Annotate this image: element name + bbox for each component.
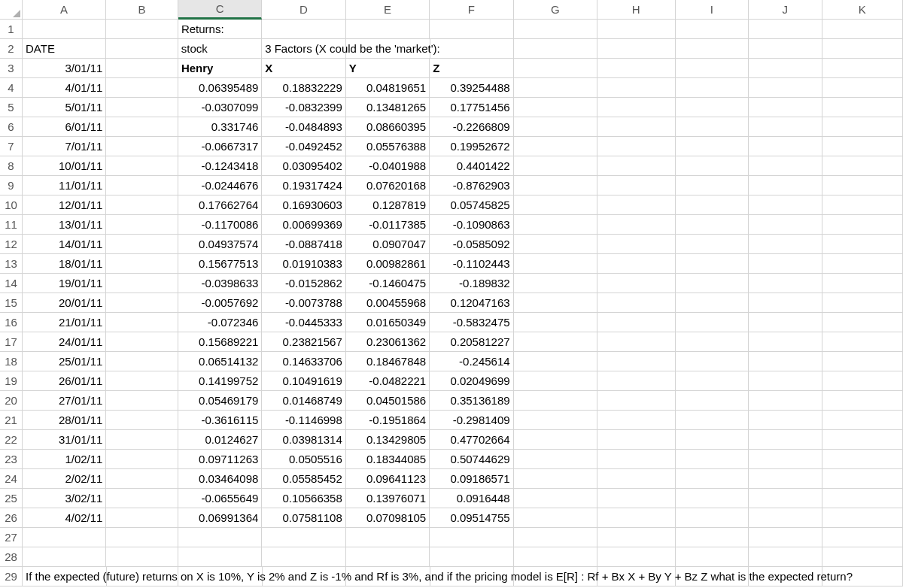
cell-E21[interactable]: -0.1951864 [346,411,430,430]
cell-H24[interactable] [597,469,675,489]
cell-E6[interactable]: 0.08660395 [346,117,430,137]
column-header-J[interactable]: J [749,0,822,20]
cell-G14[interactable] [514,274,597,293]
cell-K19[interactable] [822,371,903,391]
cell-C25[interactable]: -0.0655649 [178,489,262,508]
cell-A6[interactable]: 6/01/11 [23,117,106,137]
cell-G19[interactable] [514,371,597,391]
cell-H6[interactable] [597,117,675,137]
cell-K16[interactable] [822,313,903,332]
cell-H28[interactable] [597,547,675,567]
cell-A21[interactable]: 28/01/11 [23,411,106,430]
cell-A13[interactable]: 18/01/11 [23,254,106,274]
cell-E18[interactable]: 0.18467848 [346,352,430,371]
cell-J5[interactable] [749,98,822,117]
column-header-I[interactable]: I [676,0,749,20]
cell-K23[interactable] [822,450,903,469]
cell-A17[interactable]: 24/01/11 [23,332,106,352]
cell-D19[interactable]: 0.10491619 [262,371,345,391]
cell-E12[interactable]: 0.0907047 [346,235,430,254]
cell-E3[interactable]: Y [346,59,430,78]
cell-B25[interactable] [106,489,178,508]
cell-J10[interactable] [749,195,822,215]
cell-I27[interactable] [676,528,749,547]
cell-G7[interactable] [514,137,597,156]
cell-E20[interactable]: 0.04501586 [346,391,430,411]
cell-B5[interactable] [106,98,178,117]
cell-K11[interactable] [822,215,903,235]
column-header-A[interactable]: A [23,0,106,20]
cell-G22[interactable] [514,430,597,450]
cell-K17[interactable] [822,332,903,352]
cell-D27[interactable] [262,528,345,547]
cell-F20[interactable]: 0.35136189 [430,391,513,411]
cell-G1[interactable] [514,20,597,39]
row-header-3[interactable]: 3 [0,59,23,78]
cell-A10[interactable]: 12/01/11 [23,195,106,215]
cell-J7[interactable] [749,137,822,156]
row-header-1[interactable]: 1 [0,20,23,39]
cell-F3[interactable]: Z [430,59,513,78]
cell-C14[interactable]: -0.0398633 [178,274,262,293]
cell-C8[interactable]: -0.1243418 [178,156,262,176]
cell-B28[interactable] [106,547,178,567]
cell-D9[interactable]: 0.19317424 [262,176,345,195]
cell-D26[interactable]: 0.07581108 [262,508,345,528]
cell-F28[interactable] [430,547,513,567]
cell-E5[interactable]: 0.13481265 [346,98,430,117]
cell-E27[interactable] [346,528,430,547]
cell-E9[interactable]: 0.07620168 [346,176,430,195]
cell-A20[interactable]: 27/01/11 [23,391,106,411]
cell-G6[interactable] [514,117,597,137]
row-header-26[interactable]: 26 [0,508,23,528]
row-header-20[interactable]: 20 [0,391,23,411]
cell-E10[interactable]: 0.1287819 [346,195,430,215]
cell-J25[interactable] [749,489,822,508]
cell-H14[interactable] [597,274,675,293]
cell-K25[interactable] [822,489,903,508]
cell-J15[interactable] [749,293,822,313]
cell-H13[interactable] [597,254,675,274]
cell-E22[interactable]: 0.13429805 [346,430,430,450]
column-header-D[interactable]: D [262,0,345,20]
cell-D28[interactable] [262,547,345,567]
cell-G27[interactable] [514,528,597,547]
cell-G3[interactable] [514,59,597,78]
cell-B24[interactable] [106,469,178,489]
cell-K3[interactable] [822,59,903,78]
cell-B9[interactable] [106,176,178,195]
cell-H4[interactable] [597,78,675,98]
cell-A29[interactable]: If the expected (future) returns on X is… [23,567,107,586]
cell-A4[interactable]: 4/01/11 [23,78,106,98]
cell-C22[interactable]: 0.0124627 [178,430,262,450]
cell-E25[interactable]: 0.13976071 [346,489,430,508]
cell-B6[interactable] [106,117,178,137]
cell-E26[interactable]: 0.07098105 [346,508,430,528]
cell-I9[interactable] [676,176,749,195]
cell-G9[interactable] [514,176,597,195]
cell-B4[interactable] [106,78,178,98]
cell-C13[interactable]: 0.15677513 [178,254,262,274]
cell-B26[interactable] [106,508,178,528]
cell-K5[interactable] [822,98,903,117]
cell-D14[interactable]: -0.0152862 [262,274,345,293]
row-header-7[interactable]: 7 [0,137,23,156]
row-header-23[interactable]: 23 [0,450,23,469]
cell-A8[interactable]: 10/01/11 [23,156,106,176]
cell-E19[interactable]: -0.0482221 [346,371,430,391]
cell-H16[interactable] [597,313,675,332]
row-header-8[interactable]: 8 [0,156,23,176]
row-header-22[interactable]: 22 [0,430,23,450]
column-header-C[interactable]: C [178,0,262,20]
row-header-6[interactable]: 6 [0,117,23,137]
cell-G28[interactable] [514,547,597,567]
cell-D4[interactable]: 0.18832229 [262,78,345,98]
row-header-10[interactable]: 10 [0,195,23,215]
cell-F14[interactable]: -0.189832 [430,274,513,293]
cell-G21[interactable] [514,411,597,430]
cell-J18[interactable] [749,352,822,371]
cell-H9[interactable] [597,176,675,195]
cell-C26[interactable]: 0.06991364 [178,508,262,528]
cell-F1[interactable] [430,20,513,39]
cell-G13[interactable] [514,254,597,274]
